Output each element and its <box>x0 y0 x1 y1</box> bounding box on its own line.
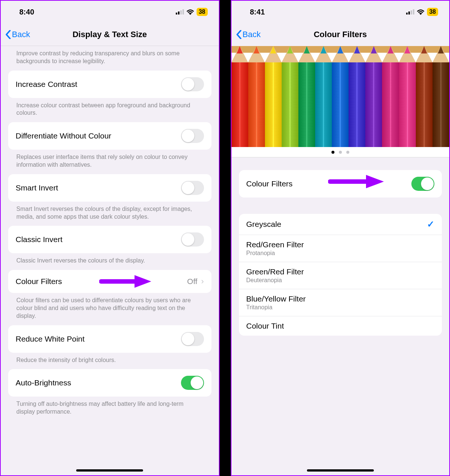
classic-invert-toggle[interactable] <box>181 232 204 247</box>
option-blueyellow-sub: Tritanopia <box>246 304 306 311</box>
pencil-12 <box>433 46 449 147</box>
svg-rect-3 <box>182 9 184 14</box>
pencil-0 <box>232 46 248 147</box>
reduce-white-point-toggle[interactable] <box>181 332 204 346</box>
diff-without-colour-label: Differentiate Without Colour <box>16 131 111 140</box>
colour-filters-label: Colour Filters <box>16 277 62 286</box>
left-screenshot: 8:40 38 Back Display & Text Size Improve… <box>0 0 220 476</box>
pencil-1 <box>248 46 265 147</box>
diff-without-colour-footer: Replaces user interface items that rely … <box>1 150 219 174</box>
option-greyscale-label: Greyscale <box>246 220 282 228</box>
colour-filters-value: Off <box>187 277 198 286</box>
pencil-2 <box>265 46 282 147</box>
auto-brightness-row[interactable]: Auto-Brightness <box>8 369 211 397</box>
auto-brightness-toggle[interactable] <box>181 376 204 390</box>
reduce-white-point-label: Reduce White Point <box>16 335 85 343</box>
svg-rect-2 <box>180 10 182 14</box>
screenshot-divider <box>220 0 231 476</box>
home-indicator[interactable] <box>76 469 143 472</box>
settings-scroll[interactable]: Improve contrast by reducing transparenc… <box>1 46 219 475</box>
option-greyscale[interactable]: Greyscale ✓ <box>239 214 442 235</box>
battery-badge: 38 <box>197 8 208 16</box>
smart-invert-footer: Smart Invert reverses the colours of the… <box>1 202 219 226</box>
nav-bar: Back Colour Filters <box>232 23 450 46</box>
option-blueyellow-label: Blue/Yellow Filter <box>246 294 306 303</box>
pencil-5 <box>315 46 332 147</box>
page-dot-1[interactable] <box>331 151 334 154</box>
classic-invert-footer: Classic Invert reverses the colours of t… <box>1 253 219 270</box>
svg-rect-1 <box>178 12 179 14</box>
option-greenred[interactable]: Green/Red Filter Deuteranopia <box>239 262 442 289</box>
status-bar: 8:41 38 <box>232 1 450 23</box>
home-indicator[interactable] <box>307 469 374 472</box>
chevron-left-icon <box>236 30 242 39</box>
increase-contrast-footer: Increase colour contrast between app for… <box>1 98 219 123</box>
svg-rect-7 <box>413 9 414 14</box>
filter-options-list: Greyscale ✓ Red/Green Filter Protanopia … <box>239 214 442 336</box>
colour-filters-row[interactable]: Colour Filters Off › <box>8 270 211 293</box>
smart-invert-label: Smart Invert <box>16 183 58 192</box>
reduce-transparency-footer: Improve contrast by reducing transparenc… <box>1 46 219 71</box>
svg-rect-0 <box>176 13 177 14</box>
pencil-7 <box>349 46 365 147</box>
option-tint-label: Colour Tint <box>246 322 284 330</box>
page-title: Display & Text Size <box>1 30 219 39</box>
back-label: Back <box>12 30 30 39</box>
pencil-8 <box>365 46 382 147</box>
pencil-10 <box>399 46 416 147</box>
right-screenshot: 8:41 38 Back Colour Filters Colour Filte… <box>231 0 450 476</box>
option-blueyellow[interactable]: Blue/Yellow Filter Tritanopia <box>239 289 442 316</box>
page-dots[interactable] <box>232 147 450 157</box>
nav-bar: Back Display & Text Size <box>1 23 219 46</box>
option-greenred-label: Green/Red Filter <box>246 267 304 276</box>
battery-badge: 38 <box>427 8 438 16</box>
smart-invert-toggle[interactable] <box>181 181 204 195</box>
diff-without-colour-toggle[interactable] <box>181 129 204 143</box>
smart-invert-row[interactable]: Smart Invert <box>8 174 211 202</box>
chevron-right-icon: › <box>201 277 204 286</box>
pencils-preview[interactable] <box>232 46 450 147</box>
svg-rect-5 <box>408 12 410 14</box>
increase-contrast-label: Increase Contrast <box>16 80 77 89</box>
page-title: Colour Filters <box>232 30 450 39</box>
colour-filters-footer: Colour filters can be used to differenti… <box>1 293 219 325</box>
page-dot-2[interactable] <box>339 151 342 154</box>
page-dot-3[interactable] <box>346 151 349 154</box>
chevron-left-icon <box>5 30 11 39</box>
svg-rect-4 <box>406 13 408 14</box>
pencil-6 <box>332 46 349 147</box>
wifi-icon <box>417 9 425 15</box>
back-button[interactable]: Back <box>1 30 30 39</box>
increase-contrast-row[interactable]: Increase Contrast <box>8 71 211 98</box>
colour-filters-toggle[interactable] <box>411 177 434 191</box>
classic-invert-row[interactable]: Classic Invert <box>8 226 211 253</box>
back-label: Back <box>243 30 261 39</box>
checkmark-icon: ✓ <box>427 219 434 229</box>
time: 8:41 <box>250 8 265 16</box>
status-bar: 8:40 38 <box>1 1 219 23</box>
colour-filters-toggle-label: Colour Filters <box>246 179 293 188</box>
cellular-icon <box>176 9 184 14</box>
time: 8:40 <box>19 8 34 16</box>
classic-invert-label: Classic Invert <box>16 235 62 244</box>
svg-rect-6 <box>411 10 412 14</box>
back-button[interactable]: Back <box>232 30 261 39</box>
cellular-icon <box>406 9 414 14</box>
reduce-white-point-footer: Reduce the intensity of bright colours. <box>1 353 219 369</box>
pencil-4 <box>298 46 315 147</box>
option-redgreen[interactable]: Red/Green Filter Protanopia <box>239 235 442 262</box>
reduce-white-point-row[interactable]: Reduce White Point <box>8 325 211 353</box>
differentiate-without-colour-row[interactable]: Differentiate Without Colour <box>8 122 211 150</box>
option-tint[interactable]: Colour Tint <box>239 316 442 336</box>
colour-filters-toggle-row[interactable]: Colour Filters <box>239 170 442 198</box>
increase-contrast-toggle[interactable] <box>181 77 204 91</box>
auto-brightness-label: Auto-Brightness <box>16 378 71 387</box>
wifi-icon <box>186 9 194 15</box>
option-redgreen-label: Red/Green Filter <box>246 240 304 249</box>
option-greenred-sub: Deuteranopia <box>246 277 304 284</box>
option-redgreen-sub: Protanopia <box>246 250 304 257</box>
pencil-11 <box>416 46 433 147</box>
auto-brightness-footer: Turning off auto-brightness may affect b… <box>1 397 219 421</box>
pencil-9 <box>382 46 399 147</box>
pencil-3 <box>282 46 298 147</box>
